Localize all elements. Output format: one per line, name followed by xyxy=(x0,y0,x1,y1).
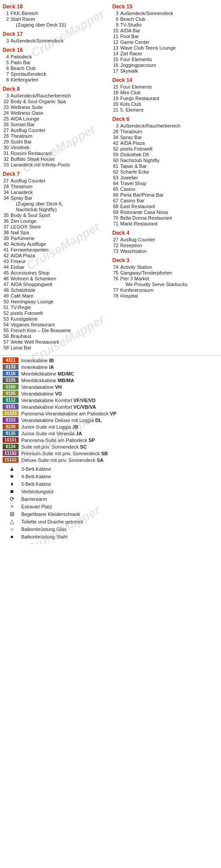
item-label: Weite Welt Restaurant xyxy=(11,339,108,345)
deck-item: 74Activity Station xyxy=(112,264,218,270)
symbol-icon: ○ xyxy=(3,526,21,532)
item-label: AIDA Lounge xyxy=(11,116,108,121)
deck-item: 10AIDA Bar xyxy=(112,28,218,33)
item-label: Body & Soul Organic Spa xyxy=(11,99,108,104)
item-number: 22 xyxy=(3,99,11,104)
item-label: We Proudly Serve Starbucks xyxy=(120,282,218,287)
item-label: LEGO® Store xyxy=(11,224,108,229)
symbol-label: 3-Bett-Kabine xyxy=(21,466,51,472)
item-number: 28 xyxy=(3,133,11,139)
cabin-badge: 11192 xyxy=(3,450,19,456)
item-number: 15 xyxy=(112,84,120,89)
item-number: 52 xyxy=(3,310,11,316)
item-number xyxy=(3,201,11,206)
symbol-row: ★4-Bett-Kabine xyxy=(3,473,218,480)
item-label: Ausflug Counter xyxy=(120,237,218,242)
item-number: 49 xyxy=(3,293,11,298)
cabin-type-code: MB/MA xyxy=(58,378,74,383)
deck-item: 78Hospital xyxy=(112,293,218,298)
cabin-legend-row: 4311Innenkabine IB xyxy=(3,357,218,363)
cabin-label: Meerblickkabine MB/MA xyxy=(21,378,74,383)
cabin-legend-row: 8133Innenkabine IA xyxy=(3,364,218,370)
cabin-legend-row: 9101Verandakabine Komfort VC/VB/VA xyxy=(3,404,218,410)
deck-item: 17Skywalk xyxy=(112,68,218,74)
deck-item: 23Wellness Suite xyxy=(3,105,108,110)
deck-item: 27Ausflug Counter xyxy=(3,128,108,133)
item-label: AIDA Bar xyxy=(120,28,218,33)
item-number: 36 xyxy=(3,218,11,224)
deck-item: 56Brauhaus xyxy=(3,333,108,339)
symbol-label: Balkonbrüstung Glas xyxy=(21,527,66,532)
item-number: 35 xyxy=(3,213,11,218)
cabin-legend-row: 5166Verandakabine VH xyxy=(3,384,218,390)
deck-item: 33Lanaideck mit Infinity-Pools xyxy=(3,162,108,167)
symbol-label: Toilette und Dusche getrennt xyxy=(21,519,83,524)
cabin-type-code: VF/VE/VD xyxy=(73,398,95,403)
item-label: Ausflug Counter xyxy=(11,128,108,133)
item-label: Wohnen & Schenken xyxy=(11,276,108,281)
cabin-label: Verandakabine VG xyxy=(21,391,62,396)
deck-item: 53Kunstgalerie xyxy=(3,316,108,322)
deck-item: 52pixels Fotowelt xyxy=(112,146,218,151)
cabin-legend-row: 11192Premium-Suite mit priv. Sonnendeck … xyxy=(3,450,218,456)
symbol-row: >Extraviel Platz xyxy=(3,503,218,510)
item-number: 48 xyxy=(3,287,11,293)
item-number: 34 xyxy=(3,195,11,201)
item-label: Tapas & Bar xyxy=(120,163,218,169)
cabin-label: Verandakabine Deluxe mit Loggia DL xyxy=(21,418,102,423)
item-number: 32 xyxy=(3,156,11,162)
item-label: (Zugang über Deck 6, xyxy=(11,201,108,206)
item-number: 77 xyxy=(112,287,120,293)
deck-item: 62Scharfe Ecke xyxy=(112,169,218,174)
deck-item: 24Wellness Oase xyxy=(3,110,108,116)
item-number: 63 xyxy=(112,175,120,180)
deck-title: Deck 16 xyxy=(3,47,108,53)
item-number: 34 xyxy=(112,135,120,140)
symbol-label: Extraviel Platz xyxy=(21,504,52,509)
item-label: Theatrium xyxy=(11,133,108,139)
item-number: 54 xyxy=(3,322,11,327)
item-label: Eisbar xyxy=(11,264,108,270)
item-number: 55 xyxy=(3,328,11,333)
item-number: 53 xyxy=(3,316,11,322)
item-number: 6 xyxy=(112,16,120,22)
cabin-legend-row: 15102Deluxe-Suite mit priv. Sonnendeck S… xyxy=(3,457,218,463)
item-label: Four Elements xyxy=(120,84,218,89)
cabin-label: Meerblickkabine MD/MC xyxy=(21,371,74,376)
item-label: Friseur xyxy=(11,259,108,264)
item-number: 15 xyxy=(112,57,120,62)
item-number: 9 xyxy=(112,22,120,27)
symbol-label: 5-Bett-Kabine xyxy=(21,481,51,487)
item-number: 16 xyxy=(112,62,120,68)
cabin-type-code: SA xyxy=(97,457,103,463)
item-label: Rezeption xyxy=(120,243,218,248)
item-label: Theatrium xyxy=(11,184,108,189)
deck-item: 49Café Mare xyxy=(3,293,108,298)
deck-item: 3Außendeck/Raucherbereich xyxy=(112,123,218,128)
item-label: Patio Bar xyxy=(11,60,108,65)
deck-item: 15Four Elements xyxy=(112,57,218,62)
item-label: Waschsalon xyxy=(120,248,218,254)
deck-item: 215. Element xyxy=(112,107,218,112)
item-number: 1 xyxy=(3,11,11,16)
item-number: 33 xyxy=(3,162,11,167)
deck-item: 43Friseur xyxy=(3,259,108,264)
item-number: 31 xyxy=(3,151,11,156)
deck-item: 63Juwelier xyxy=(112,175,218,180)
item-label: Beach Club xyxy=(11,66,108,71)
item-label: Konferenzraum xyxy=(120,287,218,293)
item-label: Hospital xyxy=(120,293,218,298)
cabin-label: Junior-Suite mit Loggia JB xyxy=(21,424,79,430)
deck-item: 68East Restaurant xyxy=(112,204,218,209)
item-number: 61 xyxy=(112,163,120,169)
item-number: 76 xyxy=(112,276,120,281)
item-label: Nachtclub Nightfly xyxy=(120,158,218,163)
symbol-row: ○Balkonbrüstung Glas xyxy=(3,526,218,532)
item-label: Lanai Bar xyxy=(11,345,108,350)
item-label: Fernwehexperten xyxy=(11,247,108,252)
deck-item: 34Lanaideck xyxy=(3,190,108,195)
deck-item: 36Zen Lounge xyxy=(3,218,108,224)
deck-item: 42AIDA Plaza xyxy=(112,140,218,146)
deck-item: 60Nachtclub Nightfly xyxy=(112,158,218,163)
item-label: 5. Element xyxy=(120,107,218,112)
